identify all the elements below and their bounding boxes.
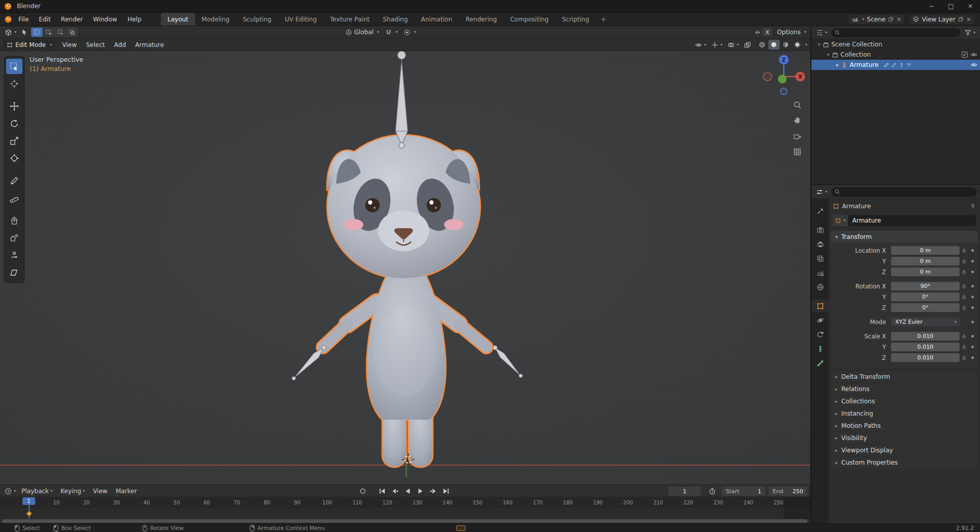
exclude-checkbox[interactable]: ✓	[962, 52, 968, 58]
auto-key-record-button[interactable]	[358, 487, 368, 496]
animate-button[interactable]	[969, 321, 976, 323]
tool-extrude[interactable]	[6, 213, 22, 228]
shading-wireframe-button[interactable]	[757, 40, 768, 50]
xray-toggle[interactable]	[742, 40, 753, 50]
rotation-y-field[interactable]: 0°	[891, 293, 960, 301]
preview-range-button[interactable]	[707, 487, 717, 496]
scene-selector[interactable]: ▾ Scene ×	[848, 14, 905, 25]
tab-scene[interactable]	[811, 266, 829, 279]
next-keyframe-button[interactable]	[428, 487, 438, 496]
overlays-dropdown[interactable]: ▾	[726, 40, 740, 50]
tool-annotate[interactable]	[6, 173, 22, 188]
view-layer-selector[interactable]: View Layer ×	[909, 14, 975, 25]
hide-eye-icon[interactable]	[970, 51, 977, 58]
viewport-canvas[interactable]: Z X	[0, 51, 810, 485]
prev-keyframe-button[interactable]	[390, 487, 400, 496]
maximize-button[interactable]: □	[941, 0, 961, 12]
tab-animation[interactable]: Animation	[414, 13, 459, 26]
tab-object-data[interactable]	[811, 342, 829, 355]
collapsed-panel-header[interactable]: ▸ Viewport Display	[831, 445, 978, 456]
timeline-editor-type-button[interactable]: ▾	[3, 486, 17, 496]
timeline-ruler[interactable]: 1020304050607080901001101201301401501601…	[0, 497, 810, 508]
animate-button[interactable]	[969, 296, 976, 298]
hide-eye-icon[interactable]	[970, 61, 977, 68]
select-mode-subtract-button[interactable]	[55, 28, 66, 37]
shading-solid-button[interactable]	[768, 40, 780, 50]
blender-menu-icon[interactable]	[4, 15, 12, 23]
tab-rendering[interactable]: Rendering	[459, 13, 503, 26]
filter-button[interactable]: ▾	[963, 28, 977, 37]
outliner-row-scene-collection[interactable]: ▾ Scene Collection	[811, 39, 980, 50]
viewport-3d[interactable]: Z X User Perspective (1) Armature	[0, 51, 810, 485]
tool-cursor[interactable]	[6, 76, 22, 91]
play-button[interactable]	[415, 487, 426, 496]
menu-item[interactable]: Edit	[34, 13, 56, 26]
disclosure-icon[interactable]: ▾	[825, 52, 832, 57]
gizmo-y-ball[interactable]	[778, 75, 787, 84]
outliner-search-input[interactable]	[831, 28, 961, 37]
tool-rotate[interactable]	[6, 116, 22, 131]
menu-item[interactable]: Window	[88, 13, 122, 26]
frame-start-field[interactable]: Start 1	[721, 487, 765, 496]
animate-button[interactable]	[969, 346, 976, 348]
lock-button[interactable]	[960, 355, 969, 360]
gizmo-neg-x-ball[interactable]	[763, 72, 772, 81]
disclosure-icon[interactable]: ▾	[815, 42, 823, 47]
add-workspace-button[interactable]: +	[596, 13, 611, 26]
lock-button[interactable]	[960, 258, 969, 264]
visibility-dropdown[interactable]: ▾	[693, 40, 708, 50]
menu-item[interactable]: Help	[122, 13, 146, 26]
timeline-menu-view[interactable]: View	[89, 485, 111, 497]
tab-sculpting[interactable]: Sculpting	[236, 13, 278, 26]
animate-button[interactable]	[969, 271, 976, 273]
tool-extrude-to-cursor[interactable]	[6, 230, 22, 246]
mode-dropdown[interactable]: Edit Mode ▾	[3, 40, 56, 50]
mirror-x-button[interactable]: X	[763, 28, 772, 36]
animate-button[interactable]	[969, 249, 976, 252]
tab-render[interactable]	[811, 223, 829, 236]
new-view-layer-button[interactable]	[958, 16, 964, 22]
animate-button[interactable]	[969, 356, 976, 359]
rotation-x-field[interactable]: 90°	[891, 282, 960, 291]
shading-rendered-button[interactable]	[792, 40, 803, 50]
collapsed-panel-header[interactable]: ▸ Visibility	[831, 432, 978, 444]
rotation-z-field[interactable]: 0°	[891, 303, 960, 312]
gizmo-neg-z-ball[interactable]	[781, 88, 787, 95]
tool-scale[interactable]	[6, 133, 22, 149]
transform-orientation-dropdown[interactable]: Global ▾	[345, 29, 379, 36]
tab-compositing[interactable]: Compositing	[503, 13, 555, 26]
tab-texture-paint[interactable]: Texture Paint	[323, 13, 376, 26]
scale-z-field[interactable]: 0.010	[891, 353, 960, 362]
collapsed-panel-header[interactable]: ▸ Relations	[831, 383, 978, 395]
proportional-editing-toggle[interactable]: ▾	[404, 29, 416, 36]
scale-x-field[interactable]: 0.010	[891, 332, 960, 341]
timeline-menu-marker[interactable]: Marker	[111, 485, 141, 497]
editor-type-button[interactable]: ▾	[3, 28, 18, 37]
location-z-field[interactable]: 0 m	[891, 268, 960, 276]
select-mode-new-button[interactable]	[31, 28, 42, 37]
pan-button[interactable]	[790, 113, 804, 127]
close-button[interactable]: ×	[961, 0, 980, 12]
location-x-field[interactable]: 0 m	[891, 246, 960, 255]
animate-button[interactable]	[969, 335, 976, 337]
new-scene-button[interactable]	[888, 16, 894, 22]
collapsed-panel-header[interactable]: ▸ Collections	[831, 396, 978, 407]
viewport-menu-item[interactable]: View	[58, 39, 81, 51]
tool-roll[interactable]	[6, 248, 22, 263]
tab-view-layer[interactable]	[811, 252, 829, 265]
viewport-menu-item[interactable]: Add	[109, 39, 130, 51]
select-mode-extend-button[interactable]	[43, 28, 54, 37]
tab-shading[interactable]: Shading	[376, 13, 414, 26]
gizmos-dropdown[interactable]: ▾	[710, 40, 724, 50]
lock-button[interactable]	[960, 305, 969, 310]
viewport-menu-item[interactable]: Armature	[131, 39, 169, 51]
rotation-mode-dropdown[interactable]: XYZ Euler ▾	[891, 318, 960, 326]
remove-view-layer-button[interactable]: ×	[966, 16, 971, 23]
select-mode-intersect-button[interactable]	[66, 28, 78, 37]
play-reverse-button[interactable]	[403, 487, 413, 496]
camera-view-button[interactable]	[790, 130, 804, 143]
object-name-input[interactable]	[848, 215, 976, 226]
unlink-scene-button[interactable]: ×	[896, 16, 901, 23]
minimize-button[interactable]: −	[922, 0, 941, 12]
disclosure-icon[interactable]: ▸	[834, 62, 841, 67]
